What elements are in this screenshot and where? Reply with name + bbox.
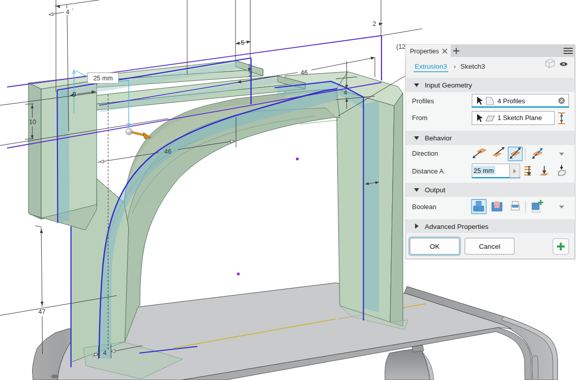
svg-text:2: 2 (249, 71, 252, 78)
svg-text:Profiles: Profiles (412, 97, 434, 105)
svg-text:Direction: Direction (412, 150, 438, 157)
svg-text:From: From (412, 114, 427, 122)
svg-text:1 Sketch Plane: 1 Sketch Plane (497, 114, 542, 122)
svg-text:›: › (454, 63, 456, 70)
svg-text:OK: OK (430, 243, 440, 250)
svg-text:25 mm: 25 mm (474, 167, 494, 174)
svg-text:46: 46 (164, 148, 171, 155)
svg-text:9: 9 (73, 91, 76, 98)
svg-text:Cancel: Cancel (479, 243, 500, 250)
svg-text:4: 4 (103, 349, 107, 357)
svg-text:2: 2 (373, 20, 376, 27)
svg-text:Extrusion3: Extrusion3 (415, 63, 447, 70)
svg-text:Sketch3: Sketch3 (460, 63, 485, 70)
svg-text:Boolean: Boolean (412, 203, 436, 211)
svg-text:Output: Output (425, 186, 446, 194)
svg-text:Input Geometry: Input Geometry (425, 81, 472, 89)
svg-text:5: 5 (241, 39, 245, 46)
svg-text:47: 47 (39, 308, 46, 315)
svg-text:': ' (72, 8, 73, 14)
svg-text:Behavior: Behavior (425, 134, 452, 142)
svg-text:46: 46 (301, 69, 308, 76)
svg-text:25 mm: 25 mm (93, 75, 112, 82)
svg-text:Distance A: Distance A (412, 167, 444, 175)
svg-text:4 Profiles: 4 Profiles (497, 97, 525, 105)
svg-text:4: 4 (344, 89, 347, 96)
svg-text:10: 10 (29, 119, 36, 126)
svg-text:Properties: Properties (410, 48, 439, 55)
svg-text:Advanced Properties: Advanced Properties (425, 223, 489, 230)
svg-text:4: 4 (66, 9, 70, 16)
